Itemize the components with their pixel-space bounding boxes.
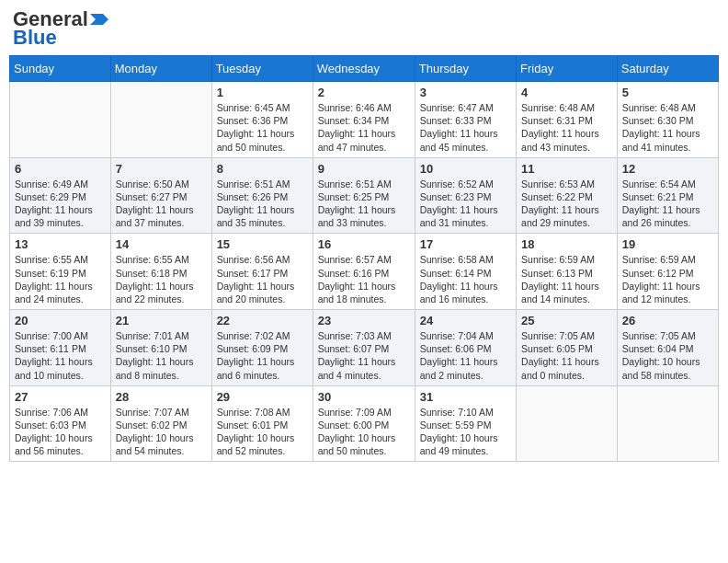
calendar-cell: 3Sunrise: 6:47 AM Sunset: 6:33 PM Daylig… <box>415 82 516 158</box>
calendar-cell <box>517 385 618 462</box>
day-number: 6 <box>15 162 106 176</box>
day-number: 5 <box>622 86 713 99</box>
day-number: 8 <box>217 162 308 176</box>
calendar-cell: 13Sunrise: 6:55 AM Sunset: 6:19 PM Dayli… <box>10 234 111 310</box>
day-info: Sunrise: 6:57 AM Sunset: 6:16 PM Dayligh… <box>318 253 410 305</box>
day-info: Sunrise: 6:50 AM Sunset: 6:27 PM Dayligh… <box>116 178 207 230</box>
day-of-week-header: Monday <box>110 56 211 82</box>
logo: General Blue <box>13 9 108 48</box>
day-number: 19 <box>622 237 713 251</box>
day-info: Sunrise: 6:59 AM Sunset: 6:13 PM Dayligh… <box>521 253 612 305</box>
day-number: 22 <box>217 314 308 327</box>
day-number: 9 <box>318 162 410 176</box>
day-info: Sunrise: 6:55 AM Sunset: 6:19 PM Dayligh… <box>15 253 106 305</box>
day-info: Sunrise: 7:08 AM Sunset: 6:01 PM Dayligh… <box>217 406 308 458</box>
day-of-week-header: Saturday <box>617 56 718 82</box>
calendar-cell: 28Sunrise: 7:07 AM Sunset: 6:02 PM Dayli… <box>110 385 211 462</box>
day-number: 4 <box>521 86 612 99</box>
day-number: 23 <box>318 314 410 327</box>
day-info: Sunrise: 6:54 AM Sunset: 6:21 PM Dayligh… <box>622 178 713 230</box>
calendar-week-row: 20Sunrise: 7:00 AM Sunset: 6:11 PM Dayli… <box>10 310 719 386</box>
day-info: Sunrise: 7:05 AM Sunset: 6:05 PM Dayligh… <box>521 329 612 382</box>
day-number: 20 <box>15 314 106 327</box>
day-number: 2 <box>318 86 410 99</box>
day-info: Sunrise: 6:52 AM Sunset: 6:23 PM Dayligh… <box>420 178 511 230</box>
calendar-cell: 9Sunrise: 6:51 AM Sunset: 6:25 PM Daylig… <box>313 157 415 234</box>
day-of-week-header: Tuesday <box>211 56 313 82</box>
day-info: Sunrise: 6:51 AM Sunset: 6:26 PM Dayligh… <box>217 178 308 230</box>
day-info: Sunrise: 7:01 AM Sunset: 6:10 PM Dayligh… <box>116 329 207 382</box>
day-number: 3 <box>420 86 511 99</box>
day-number: 21 <box>116 314 207 327</box>
calendar-cell: 31Sunrise: 7:10 AM Sunset: 5:59 PM Dayli… <box>415 385 516 462</box>
calendar-cell: 12Sunrise: 6:54 AM Sunset: 6:21 PM Dayli… <box>617 157 718 234</box>
day-number: 29 <box>217 390 308 404</box>
calendar-week-row: 6Sunrise: 6:49 AM Sunset: 6:29 PM Daylig… <box>10 157 719 234</box>
day-info: Sunrise: 7:04 AM Sunset: 6:06 PM Dayligh… <box>420 329 511 382</box>
day-info: Sunrise: 7:03 AM Sunset: 6:07 PM Dayligh… <box>318 329 410 382</box>
calendar-cell: 22Sunrise: 7:02 AM Sunset: 6:09 PM Dayli… <box>211 310 313 386</box>
day-info: Sunrise: 6:45 AM Sunset: 6:36 PM Dayligh… <box>217 101 308 154</box>
day-info: Sunrise: 6:49 AM Sunset: 6:29 PM Dayligh… <box>15 178 106 230</box>
calendar-cell: 18Sunrise: 6:59 AM Sunset: 6:13 PM Dayli… <box>517 234 618 310</box>
calendar-cell: 19Sunrise: 6:59 AM Sunset: 6:12 PM Dayli… <box>617 234 718 310</box>
calendar-cell <box>617 385 718 462</box>
day-number: 1 <box>217 86 308 99</box>
day-of-week-header: Friday <box>517 56 618 82</box>
calendar-cell: 2Sunrise: 6:46 AM Sunset: 6:34 PM Daylig… <box>313 82 415 158</box>
day-info: Sunrise: 6:59 AM Sunset: 6:12 PM Dayligh… <box>622 253 713 305</box>
calendar-cell: 15Sunrise: 6:56 AM Sunset: 6:17 PM Dayli… <box>211 234 313 310</box>
day-info: Sunrise: 7:02 AM Sunset: 6:09 PM Dayligh… <box>217 329 308 382</box>
calendar-cell: 10Sunrise: 6:52 AM Sunset: 6:23 PM Dayli… <box>415 157 516 234</box>
calendar-cell: 16Sunrise: 6:57 AM Sunset: 6:16 PM Dayli… <box>313 234 415 310</box>
calendar-cell: 30Sunrise: 7:09 AM Sunset: 6:00 PM Dayli… <box>313 385 415 462</box>
calendar-cell: 4Sunrise: 6:48 AM Sunset: 6:31 PM Daylig… <box>517 82 618 158</box>
day-number: 31 <box>420 390 511 404</box>
calendar-cell: 21Sunrise: 7:01 AM Sunset: 6:10 PM Dayli… <box>110 310 211 386</box>
day-info: Sunrise: 7:07 AM Sunset: 6:02 PM Dayligh… <box>116 406 207 458</box>
calendar-cell: 8Sunrise: 6:51 AM Sunset: 6:26 PM Daylig… <box>211 157 313 234</box>
day-of-week-header: Wednesday <box>313 56 415 82</box>
calendar-cell: 7Sunrise: 6:50 AM Sunset: 6:27 PM Daylig… <box>110 157 211 234</box>
calendar-cell: 14Sunrise: 6:55 AM Sunset: 6:18 PM Dayli… <box>110 234 211 310</box>
calendar-cell <box>110 82 211 158</box>
calendar-table: SundayMondayTuesdayWednesdayThursdayFrid… <box>9 55 719 462</box>
calendar-cell: 6Sunrise: 6:49 AM Sunset: 6:29 PM Daylig… <box>10 157 111 234</box>
day-info: Sunrise: 6:58 AM Sunset: 6:14 PM Dayligh… <box>420 253 511 305</box>
day-info: Sunrise: 6:48 AM Sunset: 6:30 PM Dayligh… <box>622 101 713 154</box>
calendar-cell: 20Sunrise: 7:00 AM Sunset: 6:11 PM Dayli… <box>10 310 111 386</box>
day-info: Sunrise: 7:00 AM Sunset: 6:11 PM Dayligh… <box>15 329 106 382</box>
day-number: 18 <box>521 237 612 251</box>
day-info: Sunrise: 7:09 AM Sunset: 6:00 PM Dayligh… <box>318 406 410 458</box>
day-number: 12 <box>622 162 713 176</box>
day-number: 10 <box>420 162 511 176</box>
day-info: Sunrise: 7:05 AM Sunset: 6:04 PM Dayligh… <box>622 329 713 382</box>
calendar-cell: 26Sunrise: 7:05 AM Sunset: 6:04 PM Dayli… <box>617 310 718 386</box>
day-number: 27 <box>15 390 106 404</box>
day-number: 7 <box>116 162 207 176</box>
day-number: 30 <box>318 390 410 404</box>
calendar-cell: 17Sunrise: 6:58 AM Sunset: 6:14 PM Dayli… <box>415 234 516 310</box>
logo-blue: Blue <box>13 28 57 48</box>
day-info: Sunrise: 6:46 AM Sunset: 6:34 PM Dayligh… <box>318 101 410 154</box>
calendar-cell: 29Sunrise: 7:08 AM Sunset: 6:01 PM Dayli… <box>211 385 313 462</box>
calendar-cell: 27Sunrise: 7:06 AM Sunset: 6:03 PM Dayli… <box>10 385 111 462</box>
day-number: 11 <box>521 162 612 176</box>
day-info: Sunrise: 6:47 AM Sunset: 6:33 PM Dayligh… <box>420 101 511 154</box>
day-number: 17 <box>420 237 511 251</box>
calendar-cell: 5Sunrise: 6:48 AM Sunset: 6:30 PM Daylig… <box>617 82 718 158</box>
day-number: 14 <box>116 237 207 251</box>
day-of-week-header: Sunday <box>10 56 111 82</box>
day-info: Sunrise: 6:55 AM Sunset: 6:18 PM Dayligh… <box>116 253 207 305</box>
calendar-cell: 24Sunrise: 7:04 AM Sunset: 6:06 PM Dayli… <box>415 310 516 386</box>
calendar-cell <box>10 82 111 158</box>
day-number: 15 <box>217 237 308 251</box>
calendar-cell: 25Sunrise: 7:05 AM Sunset: 6:05 PM Dayli… <box>517 310 618 386</box>
day-number: 13 <box>15 237 106 251</box>
day-info: Sunrise: 6:56 AM Sunset: 6:17 PM Dayligh… <box>217 253 308 305</box>
day-number: 24 <box>420 314 511 327</box>
calendar-week-row: 1Sunrise: 6:45 AM Sunset: 6:36 PM Daylig… <box>10 82 719 158</box>
logo-arrow-icon <box>90 14 108 25</box>
day-info: Sunrise: 7:10 AM Sunset: 5:59 PM Dayligh… <box>420 406 511 458</box>
day-number: 26 <box>622 314 713 327</box>
